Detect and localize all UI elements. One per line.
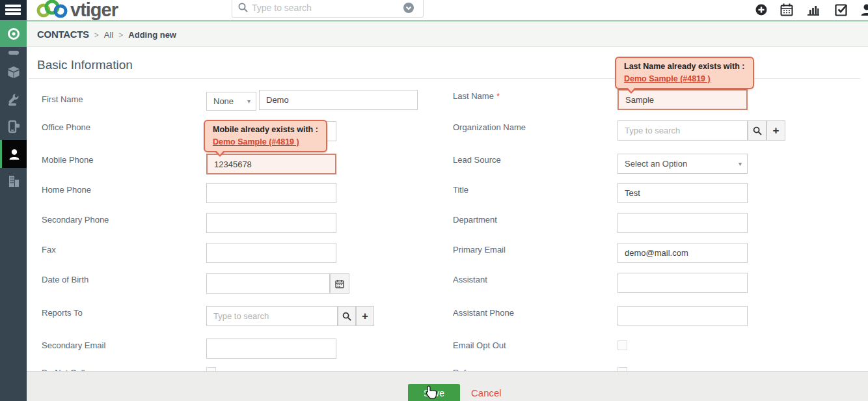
mobile-duplicate-tooltip: Mobile already exists with : Demo Sample… [204,120,327,152]
first-name-input[interactable] [259,90,418,110]
secondary-phone-input[interactable] [206,213,336,233]
field-label-lead-source: Lead Source [453,155,501,165]
chevron-down-icon: ▾ [247,98,251,105]
primary-email-input[interactable] [617,243,748,263]
breadcrumb-bar: CONTACTS > All > Adding new [27,20,868,47]
breadcrumb: CONTACTS > All > Adding new [37,29,176,40]
company-building-icon [7,174,21,188]
hamburger-menu-button[interactable] [0,0,27,20]
logo-text: vtiger [70,0,118,21]
section-title: Basic Information [37,58,133,72]
reports-to-input[interactable] [206,306,338,326]
tooltip-title: Last Name already exists with : [624,61,745,72]
duplicate-record-link[interactable]: Demo Sample (#4819 ) [213,137,299,146]
target-icon [7,27,21,41]
field-label-secondary-email: Secondary Email [42,340,105,350]
assistant-phone-input[interactable] [617,306,748,326]
organization-search-button[interactable] [748,120,766,141]
required-asterisk: * [496,91,500,101]
title-input[interactable] [617,183,748,203]
date-of-birth-input[interactable] [206,273,330,294]
user-icon[interactable] [860,3,868,17]
plus-icon: + [773,125,780,136]
reports-bar-chart-icon[interactable] [806,3,821,17]
home-phone-input[interactable] [206,183,336,203]
module-sidebar [0,20,27,401]
sidebar-item-essentials[interactable] [0,20,27,47]
breadcrumb-module[interactable]: CONTACTS [37,29,89,40]
mobile-phone-input[interactable] [206,154,336,174]
global-search [232,0,424,18]
sidebar-item-organizations[interactable] [0,169,27,193]
field-label-department: Department [453,215,497,225]
tooltip-title: Mobile already exists with : [213,124,318,135]
dashboard-icon [8,50,20,55]
field-label-last-name: Last Name* [453,91,500,101]
fax-input[interactable] [206,243,336,263]
field-label-secondary-phone: Secondary Phone [42,215,109,225]
assistant-input[interactable] [617,273,748,293]
salutation-value: None [213,96,234,106]
vtiger-logo[interactable]: vtiger [34,0,118,21]
calendar-icon [335,279,344,288]
lead-source-value: Select an Option [625,159,687,169]
duplicate-record-link[interactable]: Demo Sample (#4819 ) [624,74,711,83]
breadcrumb-separator: > [118,31,123,40]
hamburger-icon [5,5,21,7]
organization-name-input[interactable] [617,120,748,141]
field-label-primary-email: Primary Email [453,245,506,255]
field-label-first-name: First Name [42,94,83,104]
lead-source-select[interactable]: Select an Option ▾ [617,154,748,174]
field-label-office-phone: Office Phone [42,122,90,132]
field-label-email-opt-out: Email Opt Out [453,340,506,350]
chevron-down-circle-icon[interactable] [403,3,414,13]
quick-create-plus-icon[interactable] [754,3,768,17]
breadcrumb-current: Adding new [128,30,176,40]
breadcrumb-view[interactable]: All [104,30,113,40]
cancel-button[interactable]: Cancel [471,387,502,398]
chevron-down-icon: ▾ [739,160,742,167]
reports-to-add-button[interactable]: + [356,306,374,326]
field-label-date-of-birth: Date of Birth [42,275,88,284]
secondary-email-input[interactable] [206,339,336,359]
package-box-icon [7,65,21,79]
app-window: vtiger [0,0,868,401]
plus-icon: + [362,311,368,322]
sidebar-item-contacts[interactable] [0,140,27,168]
field-label-assistant: Assistant [453,275,487,284]
global-search-input[interactable] [252,1,392,15]
field-label-fax: Fax [42,245,56,255]
search-icon [238,3,248,12]
calendar-icon[interactable] [780,3,794,17]
organization-add-button[interactable]: + [766,120,785,141]
search-icon [753,126,762,135]
sidebar-item-dashboard[interactable] [0,48,27,57]
top-bar: vtiger [0,0,868,20]
field-label-reports-to: Reports To [42,308,83,318]
contact-person-icon [7,147,21,161]
tasks-checkbox-icon[interactable] [834,3,848,17]
save-button[interactable]: Save [408,384,460,401]
date-picker-button[interactable] [330,273,349,294]
field-label-home-phone: Home Phone [42,185,91,195]
sidebar-item-inventory[interactable] [0,61,27,84]
vtiger-cloud-icon [34,0,68,21]
sidebar-item-services[interactable] [0,88,27,111]
field-label-assistant-phone: Assistant Phone [453,308,514,318]
field-label-organization-name: Organization Name [453,122,526,132]
field-label-title: Title [453,185,468,195]
form-action-bar: Save Cancel [27,371,868,401]
breadcrumb-separator: > [94,31,99,40]
last-name-duplicate-tooltip: Last Name already exists with : Demo Sam… [615,57,754,89]
salutation-select[interactable]: None ▾ [206,92,256,111]
email-opt-out-checkbox[interactable] [617,340,627,350]
reports-to-search-button[interactable] [338,306,356,326]
phone-message-icon [7,119,21,133]
field-label-mobile-phone: Mobile Phone [42,155,94,165]
hand-wrench-icon [7,92,21,107]
last-name-input[interactable] [617,89,748,110]
department-input[interactable] [617,213,748,233]
search-icon [342,312,351,321]
sidebar-item-campaigns[interactable] [0,115,27,138]
